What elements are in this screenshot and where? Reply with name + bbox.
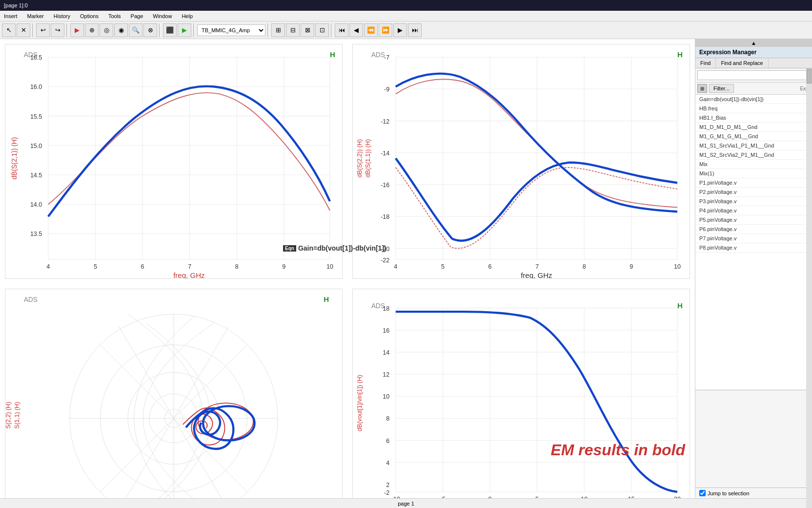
jump-to-selection-checkbox[interactable] [699, 490, 706, 496]
svg-text:16.0: 16.0 [30, 84, 42, 90]
expr-item-12[interactable]: P4.pinVoltage.v [695, 206, 812, 215]
filled-circle-tool[interactable]: ◉ [114, 23, 128, 37]
expr-item-0[interactable]: Gain=db(vout[1])-db(vin[1]) [695, 95, 812, 104]
toolbar-sep-1 [32, 23, 34, 37]
redo-btn[interactable]: ↪ [51, 23, 64, 37]
menu-marker[interactable]: Marker [25, 12, 46, 20]
svg-text:dB(S(1,1)) (H): dB(S(1,1)) (H) [365, 139, 371, 178]
expression-manager-panel: ▲ Expression Manager Find Find and Repla… [695, 39, 812, 498]
svg-text:2: 2 [386, 482, 389, 488]
expr-item-1[interactable]: HB.freq [695, 104, 812, 113]
svg-text:16.5: 16.5 [30, 54, 42, 61]
nav-first-btn[interactable]: ⏮ [335, 23, 348, 37]
grid-btn-4[interactable]: ⊡ [315, 23, 329, 37]
menu-history[interactable]: History [52, 12, 72, 20]
svg-text:dB(S(2,1)) (H): dB(S(2,1)) (H) [11, 137, 18, 180]
filter-icon-btn[interactable]: ⊞ [697, 84, 707, 93]
filter-button[interactable]: Filter... [709, 84, 734, 93]
expr-item-15[interactable]: P7.pinVoltage.v [695, 234, 812, 243]
chart-grid: ADS H [0, 39, 695, 498]
grid-btn-2[interactable]: ⊟ [286, 23, 300, 37]
nav-fwd-btn[interactable]: ⏩ [379, 23, 392, 37]
cross-circle-tool[interactable]: ⊗ [143, 23, 157, 37]
menu-page[interactable]: Page [129, 12, 145, 20]
tab-find[interactable]: Find [695, 58, 716, 68]
chart2-container[interactable]: ADS H [352, 44, 690, 279]
chart4-container[interactable]: ADS H [352, 289, 690, 498]
pointer-tool[interactable]: ↖ [2, 23, 16, 37]
expr-item-3[interactable]: M1_D_M1_D_M1__Gnd [695, 123, 812, 132]
run-tool[interactable]: ▶ [70, 23, 84, 37]
expr-item-7[interactable]: Mix [695, 160, 812, 169]
svg-text:6: 6 [386, 437, 389, 444]
chart3-container[interactable]: ADS H [5, 289, 343, 498]
equation-label: Eqn Gain=db(vout[1])-db(vin[1]) [283, 244, 386, 252]
grid-btn-1[interactable]: ⊞ [271, 23, 285, 37]
menu-window[interactable]: Window [151, 12, 174, 20]
svg-text:-22: -22 [381, 257, 389, 264]
simulation-dropdown[interactable]: TB_MMIC_4G_Amp [197, 24, 265, 36]
toolbar-sep-3 [159, 23, 161, 37]
stop-btn[interactable]: ⬛ [163, 23, 177, 37]
svg-text:-9: -9 [384, 86, 389, 93]
search-area [695, 68, 812, 83]
panel-footer: Jump to selection [695, 487, 812, 498]
toolbar-sep-2 [66, 23, 68, 37]
expr-item-4[interactable]: M1_G_M1_G_M1__Gnd [695, 132, 812, 141]
menu-help[interactable]: Help [180, 12, 195, 20]
zoom-tool[interactable]: 🔍 [129, 23, 142, 37]
expr-item-13[interactable]: P5.pinVoltage.v [695, 215, 812, 225]
nav-back-btn[interactable]: ⏪ [364, 23, 378, 37]
svg-text:9: 9 [282, 263, 285, 270]
nav-prev-btn[interactable]: ◀ [349, 23, 363, 37]
nav-next-btn[interactable]: ▶ [393, 23, 407, 37]
svg-text:20: 20 [674, 496, 681, 498]
chart3-svg: ADS H [5, 289, 342, 498]
expr-item-14[interactable]: P6.pinVoltage.v [695, 225, 812, 234]
svg-text:9: 9 [629, 263, 633, 270]
menu-options[interactable]: Options [78, 12, 101, 20]
menu-tools[interactable]: Tools [106, 12, 123, 20]
svg-text:6: 6 [488, 263, 492, 270]
panel-scrollbar[interactable] [806, 68, 812, 508]
expr-item-9[interactable]: P1.pinVoltage.v [695, 178, 812, 188]
svg-text:-2: -2 [384, 489, 389, 496]
svg-text:-16: -16 [381, 182, 389, 189]
chart1-container[interactable]: ADS H [5, 44, 343, 279]
menu-insert[interactable]: Insert [2, 12, 20, 20]
expr-item-16[interactable]: P8.pinVoltage.v [695, 243, 812, 253]
expr-item-8[interactable]: Mix(1) [695, 169, 812, 178]
undo-btn[interactable]: ↩ [36, 23, 50, 37]
page-label: page 1 [4, 501, 808, 507]
cross-tool[interactable]: ✕ [17, 23, 30, 37]
equation-text: Gain=db(vout[1])-db(vin[1]) [298, 244, 386, 252]
panel-scrollbar-thumb[interactable] [807, 69, 812, 84]
expr-item-6[interactable]: M1_S2_SrcVia2_P1_M1__Gnd [695, 150, 812, 160]
grid-btn-3[interactable]: ⊠ [301, 23, 314, 37]
svg-text:H: H [324, 295, 329, 303]
add-tool[interactable]: ⊕ [85, 23, 99, 37]
panel-scroll-up[interactable]: ▲ [695, 39, 812, 47]
search-input[interactable] [697, 70, 810, 80]
toolbar-sep-4 [193, 23, 195, 37]
toolbar: ↖ ✕ ↩ ↪ ▶ ⊕ ◎ ◉ 🔍 ⊗ ⬛ ▶ TB_MMIC_4G_Amp ⊞… [0, 21, 812, 39]
svg-text:10: 10 [674, 263, 681, 270]
expr-item-5[interactable]: M1_S1_SrcVia1_P1_M1__Gnd [695, 141, 812, 150]
nav-last-btn[interactable]: ⏭ [408, 23, 422, 37]
svg-text:S(2,2) (H): S(2,2) (H) [5, 402, 12, 428]
svg-text:8: 8 [583, 263, 586, 270]
tab-find-replace[interactable]: Find and Replace [716, 58, 768, 68]
svg-text:13.5: 13.5 [30, 231, 42, 237]
play-green-btn[interactable]: ▶ [178, 23, 191, 37]
chart4-svg: ADS H [353, 289, 690, 498]
svg-text:15.0: 15.0 [30, 143, 42, 149]
svg-text:H: H [330, 50, 335, 59]
expr-item-11[interactable]: P3.pinVoltage.v [695, 197, 812, 206]
expr-item-10[interactable]: P2.pinVoltage.v [695, 188, 812, 197]
svg-text:-10: -10 [391, 496, 400, 498]
svg-text:10: 10 [383, 393, 389, 400]
circle-tool[interactable]: ◎ [100, 23, 113, 37]
svg-text:10: 10 [326, 263, 333, 270]
chart1-svg: ADS H [5, 44, 342, 278]
expr-item-2[interactable]: HB1.I_Bias [695, 113, 812, 123]
